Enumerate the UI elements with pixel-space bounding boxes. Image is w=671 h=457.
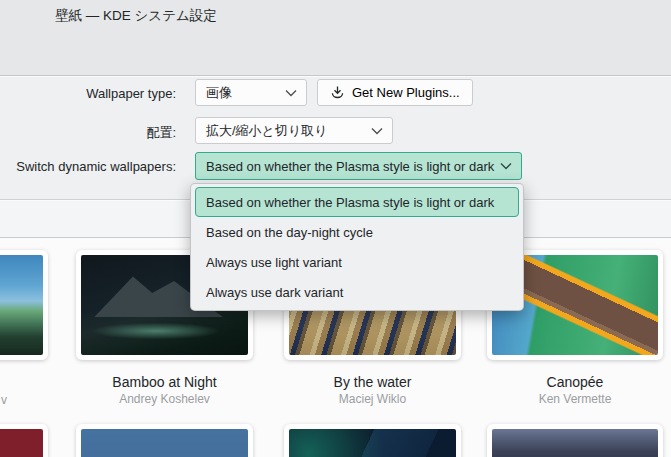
wallpaper-title: By the water bbox=[284, 374, 461, 390]
wallpaper-author: Maciej Wiklo bbox=[284, 392, 461, 406]
dropdown-item-plasma-style[interactable]: Based on whether the Plasma style is lig… bbox=[195, 187, 519, 217]
wallpaper-card-partial[interactable] bbox=[0, 250, 48, 360]
dropdown-item-dark-variant[interactable]: Always use dark variant bbox=[195, 277, 519, 307]
wallpaper-thumbnail bbox=[81, 429, 248, 457]
wallpaper-type-select[interactable]: 画像 bbox=[195, 79, 307, 106]
wallpaper-caption: Bamboo at Night Andrey Koshelev bbox=[76, 374, 253, 406]
settings-form: Wallpaper type: 画像 Get New Plugins... 配置… bbox=[0, 77, 671, 200]
chevron-down-icon bbox=[371, 127, 383, 135]
window-header: 壁紙 — KDE システム設定 bbox=[0, 0, 671, 76]
wallpaper-type-label: Wallpaper type: bbox=[86, 86, 176, 101]
wallpaper-title: Canopée bbox=[487, 374, 663, 390]
dynamic-switch-label: Switch dynamic wallpapers: bbox=[16, 159, 176, 174]
dynamic-switch-value: Based on whether the Plasma style is lig… bbox=[206, 159, 494, 174]
wallpaper-thumbnail bbox=[0, 429, 43, 457]
get-new-plugins-label: Get New Plugins... bbox=[352, 85, 460, 100]
window-title: 壁紙 — KDE システム設定 bbox=[55, 7, 217, 25]
positioning-label: 配置: bbox=[146, 124, 176, 142]
wallpaper-author-fragment: v bbox=[1, 393, 7, 407]
wallpaper-thumbnail bbox=[289, 429, 456, 457]
chevron-down-icon bbox=[500, 162, 512, 170]
dropdown-item-day-night-cycle[interactable]: Based on the day-night cycle bbox=[195, 217, 519, 247]
chevron-down-icon bbox=[285, 89, 297, 97]
download-icon bbox=[330, 85, 345, 100]
wallpaper-thumbnail bbox=[492, 429, 658, 457]
dynamic-wallpaper-dropdown: Based on whether the Plasma style is lig… bbox=[190, 183, 524, 311]
wallpaper-card-blue[interactable] bbox=[76, 424, 253, 457]
wallpaper-thumbnail bbox=[0, 255, 43, 355]
get-new-plugins-button[interactable]: Get New Plugins... bbox=[317, 79, 473, 106]
wallpaper-title: Bamboo at Night bbox=[76, 374, 253, 390]
dynamic-wallpaper-select[interactable]: Based on whether the Plasma style is lig… bbox=[195, 152, 522, 180]
wallpaper-card-dark[interactable] bbox=[284, 424, 461, 457]
positioning-value: 拡大/縮小と切り取り bbox=[206, 122, 328, 140]
wallpaper-type-value: 画像 bbox=[206, 84, 232, 102]
wallpaper-caption: By the water Maciej Wiklo bbox=[284, 374, 461, 406]
wallpaper-author: Ken Vermette bbox=[487, 392, 663, 406]
positioning-select[interactable]: 拡大/縮小と切り取り bbox=[195, 117, 393, 144]
wallpaper-card-sunset[interactable] bbox=[487, 424, 663, 457]
wallpaper-author: Andrey Koshelev bbox=[76, 392, 253, 406]
dropdown-item-light-variant[interactable]: Always use light variant bbox=[195, 247, 519, 277]
wallpaper-card-cups[interactable] bbox=[0, 424, 48, 457]
wallpaper-caption: Canopée Ken Vermette bbox=[487, 374, 663, 406]
